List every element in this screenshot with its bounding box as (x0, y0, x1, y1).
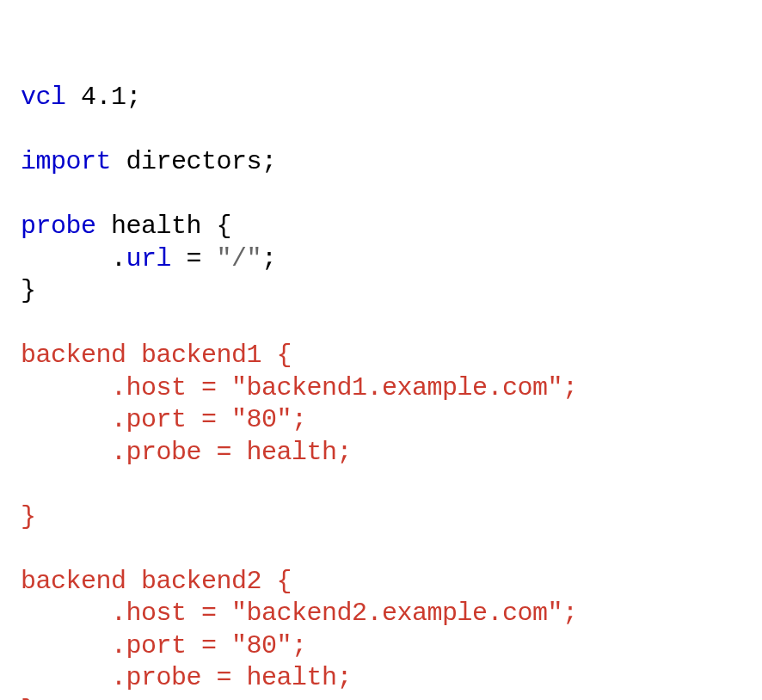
keyword-import: import (21, 147, 111, 176)
keyword-vcl: vcl (21, 83, 66, 112)
backend2-decl: backend backend2 { (21, 567, 292, 596)
probe-url-eq: = (171, 244, 217, 273)
import-target: directors; (111, 147, 277, 176)
backend2-port: .port = "80"; (21, 631, 307, 660)
backend2-host: .host = "backend2.example.com"; (21, 599, 578, 628)
backend1-port: .port = "80"; (21, 405, 307, 434)
backend1-host: .host = "backend1.example.com"; (21, 373, 578, 402)
probe-url-value: "/" (217, 244, 262, 273)
backend1-decl: backend backend1 { (21, 341, 292, 370)
backend1-close: } (21, 502, 36, 531)
probe-url-key: url (126, 244, 172, 273)
backend2-probe: .probe = health; (21, 663, 352, 692)
probe-url-semi: ; (261, 244, 277, 273)
probe-close: } (21, 276, 36, 305)
vcl-version: 4.1; (66, 83, 142, 112)
probe-url-lead: . (21, 244, 126, 273)
probe-name: health { (96, 212, 232, 241)
keyword-probe: probe (21, 212, 96, 241)
backend1-probe: .probe = health; (21, 438, 352, 467)
backend2-close: } (21, 696, 36, 701)
code-block: vcl 4.1; import directors; probe health … (21, 82, 741, 700)
